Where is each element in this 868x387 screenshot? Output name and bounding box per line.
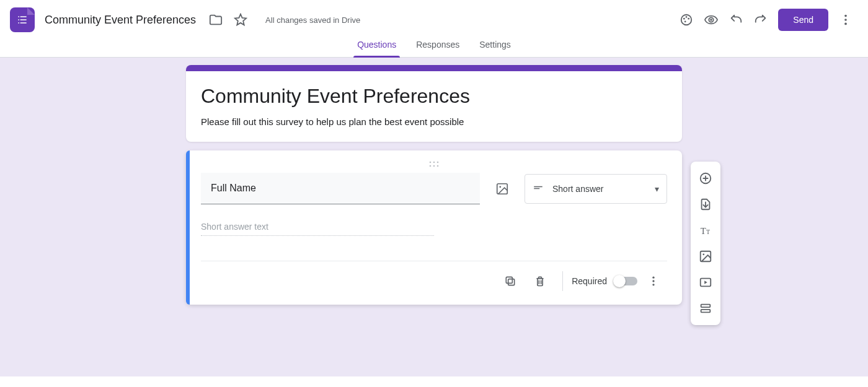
tab-bar: Questions Responses Settings [0,40,868,58]
question-title-input[interactable] [201,173,480,204]
import-questions-button[interactable] [691,191,720,217]
svg-rect-17 [508,279,515,285]
svg-point-2 [686,16,688,18]
svg-point-16 [499,186,501,188]
svg-point-7 [844,19,847,21]
svg-point-11 [437,162,439,163]
question-more-icon[interactable] [640,267,667,295]
svg-text:T: T [701,226,706,236]
svg-rect-29 [701,310,711,313]
answer-preview: Short answer text [201,222,434,236]
question-footer: Required [201,261,667,295]
svg-point-8 [844,23,847,25]
chevron-down-icon: ▾ [655,184,659,194]
svg-point-3 [688,18,690,20]
undo-icon[interactable] [724,7,748,32]
add-image-icon[interactable] [490,176,515,201]
svg-point-9 [430,162,432,163]
svg-point-26 [702,253,704,255]
svg-point-20 [652,280,654,282]
add-section-button[interactable] [691,295,720,321]
redo-icon[interactable] [748,7,773,32]
tab-responses[interactable]: Responses [406,40,469,57]
svg-point-19 [652,277,654,279]
forms-app-icon[interactable] [10,7,35,32]
add-title-button[interactable]: TT [691,217,720,243]
add-question-button[interactable] [691,165,720,191]
side-toolbar: TT [691,162,720,325]
svg-point-14 [437,165,439,167]
workspace: Community Event Preferences Please fill … [0,58,868,376]
svg-point-10 [433,162,435,163]
tab-settings[interactable]: Settings [469,40,521,57]
svg-point-21 [652,284,654,285]
question-type-select[interactable]: Short answer ▾ [525,174,667,204]
question-card[interactable]: Short answer ▾ Short answer text Require… [186,150,682,305]
star-icon[interactable] [228,7,253,32]
required-label: Required [572,276,607,286]
svg-point-5 [710,19,712,21]
duplicate-icon[interactable] [497,267,524,295]
svg-rect-28 [701,305,711,308]
save-status: All changes saved in Drive [265,15,360,25]
svg-rect-18 [507,277,513,283]
drag-handle-icon[interactable] [201,158,667,170]
add-video-button[interactable] [691,269,720,295]
header: Community Event Preferences All changes … [0,0,868,40]
delete-icon[interactable] [526,267,554,295]
form-title[interactable]: Community Event Preferences [201,85,667,108]
preview-icon[interactable] [699,7,724,32]
svg-text:T: T [706,228,710,235]
svg-point-4 [684,20,686,22]
divider [562,271,563,291]
move-to-folder-icon[interactable] [203,7,228,32]
short-answer-icon [533,182,544,195]
tab-questions[interactable]: Questions [347,40,406,57]
svg-point-13 [433,165,435,167]
add-image-button[interactable] [691,243,720,269]
svg-point-6 [844,15,847,17]
question-type-label: Short answer [552,184,655,194]
more-menu-icon[interactable] [833,7,858,32]
svg-point-12 [430,165,432,167]
document-title[interactable]: Community Event Preferences [45,14,196,27]
required-toggle[interactable] [614,277,637,285]
form-description[interactable]: Please fill out this survey to help us p… [201,116,667,127]
svg-point-1 [683,18,685,20]
send-button[interactable]: Send [778,9,828,31]
customize-theme-icon[interactable] [674,7,699,32]
form-header-card[interactable]: Community Event Preferences Please fill … [186,65,682,142]
